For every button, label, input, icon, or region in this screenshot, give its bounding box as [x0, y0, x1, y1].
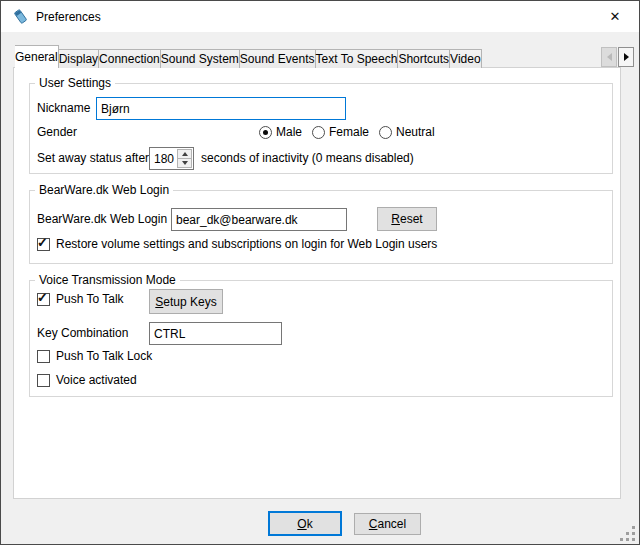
push-to-talk-lock-checkbox[interactable]: ✓	[37, 350, 50, 363]
voice-activated-label[interactable]: Voice activated	[56, 373, 137, 387]
spin-down-button[interactable]	[177, 158, 192, 168]
title-bar[interactable]: Preferences ✕	[1, 1, 639, 32]
tab-general[interactable]: General	[15, 45, 59, 68]
tab-sound-events[interactable]: Sound Events	[239, 49, 316, 68]
spinner-buttons	[177, 149, 192, 168]
tab-shortcuts[interactable]: Shortcuts	[397, 49, 450, 68]
radio-female-label[interactable]: Female	[329, 125, 369, 139]
away-seconds-input[interactable]	[150, 148, 180, 169]
spin-down-icon	[182, 161, 188, 165]
ok-button[interactable]: Ok	[268, 511, 342, 536]
preferences-dialog: Preferences ✕ General Display Connection…	[0, 0, 640, 545]
nickname-input[interactable]	[96, 97, 346, 120]
web-login-id-label: BearWare.dk Web Login ID	[37, 212, 182, 226]
key-combination-input[interactable]	[149, 322, 282, 345]
radio-male[interactable]	[259, 126, 272, 139]
push-to-talk-lock-label[interactable]: Push To Talk Lock	[56, 349, 152, 363]
web-login-id-input[interactable]	[171, 208, 347, 231]
radio-female[interactable]	[312, 126, 325, 139]
tab-text-to-speech[interactable]: Text To Speech	[315, 49, 399, 68]
voice-activated-checkbox[interactable]: ✓	[37, 374, 50, 387]
radio-neutral-label[interactable]: Neutral	[396, 125, 435, 139]
app-icon	[12, 8, 29, 25]
group-title: Voice Transmission Mode	[35, 274, 180, 287]
radio-neutral[interactable]	[379, 126, 392, 139]
group-title: User Settings	[35, 77, 115, 90]
group-title: BearWare.dk Web Login	[35, 184, 173, 197]
scroll-left-icon	[607, 53, 612, 61]
restore-volume-label[interactable]: Restore volume settings and subscription…	[56, 237, 437, 251]
cancel-button[interactable]: Cancel	[354, 513, 421, 535]
away-seconds-spinner[interactable]	[149, 147, 194, 170]
tab-scroll-left-button[interactable]	[601, 47, 617, 67]
tab-sound-system[interactable]: Sound System	[160, 49, 240, 68]
nickname-label: Nickname	[37, 101, 90, 115]
key-combination-label: Key Combination	[37, 326, 128, 340]
tab-connection[interactable]: Connection	[98, 49, 161, 68]
tab-video[interactable]: Video	[449, 49, 481, 68]
spin-up-icon	[182, 152, 188, 156]
scroll-right-icon	[624, 53, 629, 61]
radio-male-label[interactable]: Male	[276, 125, 302, 139]
resize-grip[interactable]	[617, 523, 635, 541]
push-to-talk-checkbox[interactable]: ✓	[37, 293, 50, 306]
tab-scroll-right-button[interactable]	[618, 47, 634, 67]
setup-keys-button[interactable]: Setup Keys	[149, 289, 223, 314]
check-icon: ✓	[37, 235, 48, 250]
restore-volume-checkbox[interactable]: ✓	[37, 238, 50, 251]
check-icon: ✓	[37, 290, 48, 305]
away-suffix-label: seconds of inactivity (0 means disabled)	[201, 151, 414, 165]
tab-display[interactable]: Display	[58, 49, 99, 68]
reset-button[interactable]: Reset	[377, 207, 437, 231]
away-prefix-label: Set away status after	[37, 151, 149, 165]
gender-label: Gender	[37, 125, 77, 139]
close-icon[interactable]: ✕	[593, 1, 637, 31]
tab-bar: General Display Connection Sound System …	[15, 45, 603, 68]
push-to-talk-label[interactable]: Push To Talk	[56, 292, 124, 306]
window-title: Preferences	[36, 10, 101, 24]
